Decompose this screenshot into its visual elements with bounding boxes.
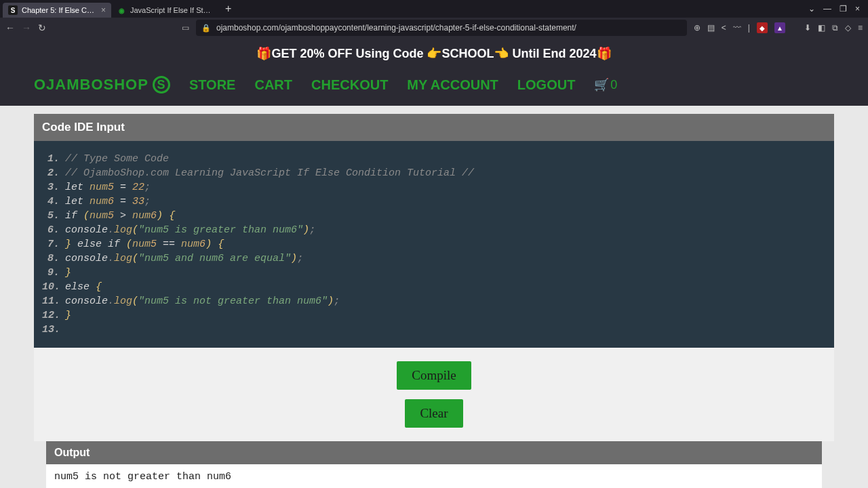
extension-icon[interactable]: ◆ xyxy=(757,22,768,33)
line-content: // Type Some Code xyxy=(65,152,169,166)
code-line: 4.let num6 = 33; xyxy=(42,195,826,209)
line-content: } xyxy=(65,266,71,280)
line-number: 10. xyxy=(42,280,65,294)
code-line: 13. xyxy=(42,323,826,337)
code-line: 10. else { xyxy=(42,280,826,294)
lock-icon: 🔒 xyxy=(201,24,211,33)
url-input[interactable]: 🔒 ojamboshop.com/ojamboshoppaycontent/le… xyxy=(196,20,687,36)
code-line: 5.if (num5 > num6) { xyxy=(42,209,826,223)
code-line: 9.} xyxy=(42,266,826,280)
button-area: Compile Clear xyxy=(34,348,834,441)
chevron-down-icon[interactable]: ⌄ xyxy=(808,4,815,14)
forward-button[interactable]: → xyxy=(22,22,31,33)
pip-icon[interactable]: ⧉ xyxy=(832,23,838,33)
cart-count: 0 xyxy=(610,78,617,92)
line-content: } xyxy=(65,308,71,323)
url-text: ojamboshop.com/ojamboshoppaycontent/lear… xyxy=(216,23,576,33)
line-content: console.log("num5 is not greater than nu… xyxy=(65,294,340,308)
code-line: 6. console.log("num5 is greater than num… xyxy=(42,223,826,237)
line-content: // OjamboShop.com Learning JavaScript If… xyxy=(65,166,474,180)
divider: | xyxy=(748,23,750,33)
tab-title: JavaScript If Else If Statement - xyxy=(130,6,214,14)
line-number: 7. xyxy=(42,237,65,251)
clipboard-icon[interactable]: ▤ xyxy=(707,23,715,33)
close-window-icon[interactable]: × xyxy=(855,4,860,14)
download-icon[interactable]: ⬇ xyxy=(804,23,811,33)
nav-checkout[interactable]: CHECKOUT xyxy=(311,77,388,93)
logo-text: OJAMBOSHOP xyxy=(34,76,149,94)
clear-button[interactable]: Clear xyxy=(405,399,462,428)
back-button[interactable]: ← xyxy=(5,22,15,33)
rss-icon[interactable]: 〰 xyxy=(733,23,741,33)
share-icon[interactable]: < xyxy=(722,23,726,33)
line-content: console.log("num5 is greater than num6")… xyxy=(65,223,315,237)
sidebar-icon[interactable]: ◧ xyxy=(818,23,825,33)
line-content: } else if (num5 == num6) { xyxy=(65,237,224,251)
nav-store[interactable]: STORE xyxy=(189,77,236,93)
page-body: Code IDE Input 1.// Type Some Code2.// O… xyxy=(0,106,868,488)
browser-tab[interactable]: ◉ JavaScript If Else If Statement - xyxy=(111,3,220,18)
code-line: 8. console.log("num5 and num6 are equal"… xyxy=(42,251,826,266)
nav-logout[interactable]: LOGOUT xyxy=(517,77,576,93)
output-header: Output xyxy=(46,441,822,464)
page-content[interactable]: 🎁GET 20% OFF Using Code 👉SCHOOL👈 Until E… xyxy=(0,38,868,488)
site-logo[interactable]: OJAMBOSHOP S xyxy=(34,76,170,94)
code-line: 1.// Type Some Code xyxy=(42,152,826,166)
code-line: 11. console.log("num5 is not greater tha… xyxy=(42,294,826,308)
nav-cart[interactable]: CART xyxy=(254,77,292,93)
new-tab-button[interactable]: + xyxy=(220,3,237,15)
browser-titlebar: S Chapter 5: If Else Condition × ◉ JavaS… xyxy=(0,0,868,18)
window-controls: ⌄ — ❐ × xyxy=(808,4,865,14)
browser-tab-active[interactable]: S Chapter 5: If Else Condition × xyxy=(3,3,111,18)
reload-button[interactable]: ↻ xyxy=(38,22,46,33)
output-text: num5 is not greater than num6 xyxy=(46,464,822,488)
address-bar: ← → ↻ ▭ 🔒 ojamboshop.com/ojamboshoppayco… xyxy=(0,18,868,38)
maximize-icon[interactable]: ❐ xyxy=(840,4,847,14)
line-number: 1. xyxy=(42,152,65,166)
line-number: 6. xyxy=(42,223,65,237)
compile-button[interactable]: Compile xyxy=(397,361,471,390)
line-content: if (num5 > num6) { xyxy=(65,209,175,223)
logo-icon: S xyxy=(153,76,170,94)
line-content: console.log("num5 and num6 are equal"); xyxy=(65,251,303,266)
promo-banner: 🎁GET 20% OFF Using Code 👉SCHOOL👈 Until E… xyxy=(0,38,868,69)
tab-title: Chapter 5: If Else Condition xyxy=(22,6,97,14)
code-panel-header: Code IDE Input xyxy=(34,114,834,141)
code-line: 3.let num5 = 22; xyxy=(42,180,826,195)
line-content: else { xyxy=(65,280,102,294)
line-content: let num6 = 33; xyxy=(65,195,151,209)
settings-icon[interactable]: ◇ xyxy=(845,23,851,33)
nav-account[interactable]: MY ACCOUNT xyxy=(407,77,498,93)
line-number: 2. xyxy=(42,166,65,180)
toolbar-actions: ⊕ ▤ < 〰 | ◆ ▲ ⬇ ◧ ⧉ ◇ ≡ xyxy=(694,22,863,33)
line-number: 3. xyxy=(42,180,65,195)
zoom-icon[interactable]: ⊕ xyxy=(694,23,701,33)
close-icon[interactable]: × xyxy=(101,5,106,15)
cart-icon[interactable]: 🛒0 xyxy=(594,77,617,92)
line-number: 5. xyxy=(42,209,65,223)
line-number: 11. xyxy=(42,294,65,308)
line-number: 8. xyxy=(42,251,65,266)
line-number: 13. xyxy=(42,323,65,337)
minimize-icon[interactable]: — xyxy=(823,4,831,14)
code-editor[interactable]: 1.// Type Some Code2.// OjamboShop.com L… xyxy=(34,141,834,348)
line-number: 12. xyxy=(42,308,65,323)
code-line: 2.// OjamboShop.com Learning JavaScript … xyxy=(42,166,826,180)
menu-icon[interactable]: ≡ xyxy=(858,23,863,33)
line-number: 4. xyxy=(42,195,65,209)
favicon-icon: ◉ xyxy=(117,5,126,15)
code-line: 12. } xyxy=(42,308,826,323)
code-line: 7.} else if (num5 == num6) { xyxy=(42,237,826,251)
extension-icon[interactable]: ▲ xyxy=(774,22,785,33)
favicon-icon: S xyxy=(8,5,18,15)
line-number: 9. xyxy=(42,266,65,280)
line-content: let num5 = 22; xyxy=(65,180,151,195)
site-navbar: OJAMBOSHOP S STORE CART CHECKOUT MY ACCO… xyxy=(0,69,868,106)
reader-icon[interactable]: ▭ xyxy=(182,23,189,33)
